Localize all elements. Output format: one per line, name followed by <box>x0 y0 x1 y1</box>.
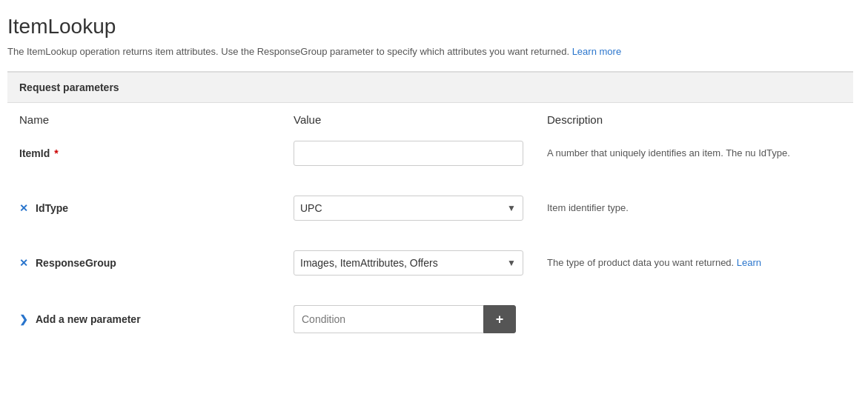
param-value-cell-itemid <box>282 133 535 173</box>
add-param-value-cell: + <box>282 298 535 341</box>
page-title: ItemLookup <box>7 15 853 39</box>
remove-idtype-icon[interactable]: ✕ <box>19 202 28 214</box>
add-param-label: Add a new parameter <box>36 313 141 325</box>
param-value-cell-responsegroup: Images, ItemAttributes, Offers Small Med… <box>282 243 535 283</box>
col-header-description: Description <box>535 103 853 133</box>
expand-add-param-icon[interactable]: ❯ <box>19 313 28 325</box>
table-row: ✕ ResponseGroup Images, ItemAttributes, … <box>7 243 853 283</box>
param-description-itemid: A number that uniquely identifies an ite… <box>535 133 853 173</box>
responsegroup-learn-more-link[interactable]: Learn <box>737 257 761 268</box>
required-star: * <box>54 147 58 159</box>
page-description: The ItemLookup operation returns item at… <box>7 44 853 59</box>
itemid-label: ItemId <box>19 147 50 159</box>
idtype-select-wrapper: UPC ASIN ISBN EAN ▼ <box>294 196 523 221</box>
page-container: ItemLookup The ItemLookup operation retu… <box>0 0 868 355</box>
col-header-value: Value <box>282 103 535 133</box>
param-name-itemid: ItemId* <box>19 147 270 159</box>
responsegroup-select-wrapper: Images, ItemAttributes, Offers Small Med… <box>294 250 523 276</box>
spacer-row-1 <box>7 173 853 188</box>
responsegroup-select[interactable]: Images, ItemAttributes, Offers Small Med… <box>294 250 523 276</box>
param-name-cell: ItemId* <box>7 133 282 173</box>
col-header-name: Name <box>7 103 282 133</box>
learn-more-link[interactable]: Learn more <box>572 46 621 57</box>
add-param-row: ❯ Add a new parameter + <box>7 298 853 341</box>
responsegroup-label: ResponseGroup <box>36 257 116 269</box>
param-description-responsegroup: The type of product data you want return… <box>535 243 853 283</box>
new-param-input[interactable] <box>294 305 483 333</box>
param-name-cell-responsegroup: ✕ ResponseGroup <box>7 243 282 283</box>
spacer-row-3 <box>7 283 853 298</box>
add-param-name-cell: ❯ Add a new parameter <box>7 298 282 341</box>
table-row: ✕ IdType UPC ASIN ISBN EAN ▼ <box>7 188 853 228</box>
param-description-idtype: Item identifier type. <box>535 188 853 228</box>
table-row: ItemId* A number that uniquely identifie… <box>7 133 853 173</box>
params-table: Name Value Description ItemId* A number … <box>7 103 853 341</box>
itemid-input[interactable] <box>294 141 523 166</box>
add-param-description-cell <box>535 298 853 341</box>
remove-responsegroup-icon[interactable]: ✕ <box>19 257 28 269</box>
param-name-idtype: ✕ IdType <box>19 202 270 214</box>
param-name-cell-idtype: ✕ IdType <box>7 188 282 228</box>
idtype-label: IdType <box>36 202 68 214</box>
table-header-row: Name Value Description <box>7 103 853 133</box>
add-param-name: ❯ Add a new parameter <box>19 313 270 325</box>
idtype-select[interactable]: UPC ASIN ISBN EAN <box>294 196 523 221</box>
param-name-responsegroup: ✕ ResponseGroup <box>19 257 270 269</box>
section-header: Request parameters <box>7 72 853 103</box>
param-value-cell-idtype: UPC ASIN ISBN EAN ▼ <box>282 188 535 228</box>
new-param-wrapper: + <box>294 305 523 333</box>
add-param-button[interactable]: + <box>483 305 516 333</box>
spacer-row-2 <box>7 228 853 243</box>
